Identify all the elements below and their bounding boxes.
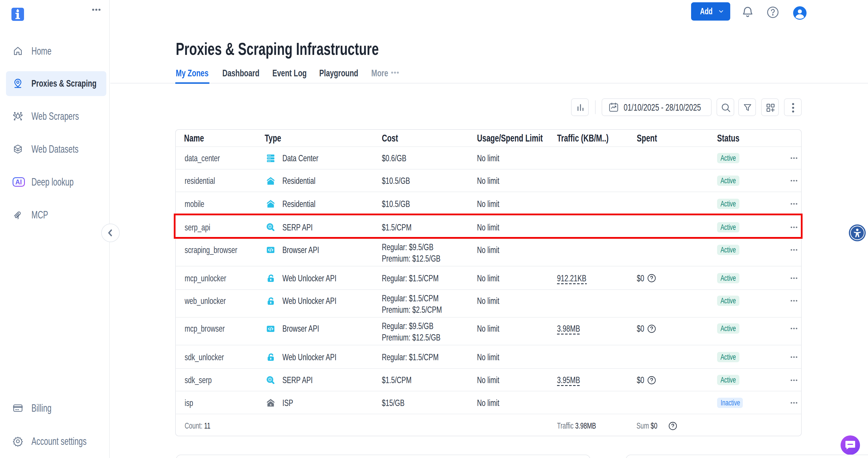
svg-text:AI: AI [16,178,22,186]
